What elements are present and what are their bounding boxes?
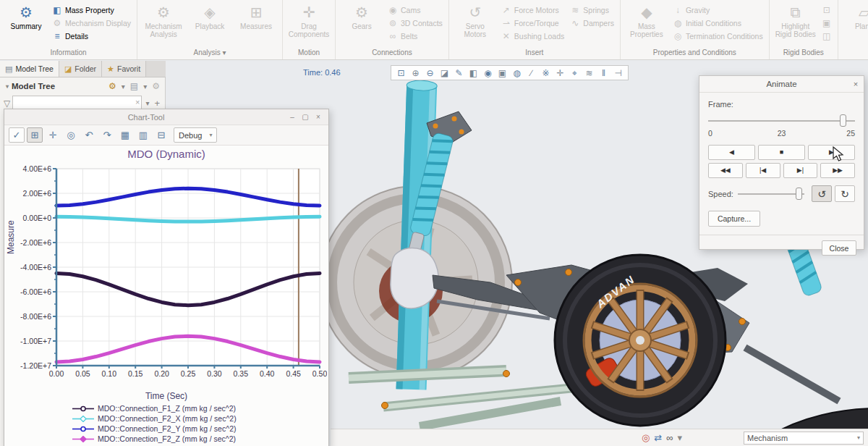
frame-slider[interactable] <box>708 114 855 127</box>
belts-icon: ∞ <box>388 31 398 41</box>
details-button[interactable]: ≡Details <box>51 30 132 42</box>
section-icon[interactable]: ∕ <box>524 68 538 78</box>
summary-button[interactable]: ⚙Summary <box>4 1 48 49</box>
animate-dialog: Animate × Frame: 0 23 25 ◀■▶ ◀◀|◀▶|▶▶ Sp… <box>699 75 864 250</box>
tree-settings-caret-icon[interactable]: ▾ <box>120 83 127 91</box>
minimize-icon[interactable]: – <box>288 113 297 121</box>
pause-icon[interactable]: ‖ <box>597 68 610 78</box>
chart-toolbar: ✓⊞✛◎↶↷▦▥⊟Debug▾ <box>4 125 328 146</box>
fast-forward-button[interactable]: ▶▶ <box>820 163 855 178</box>
debug-dropdown[interactable]: Debug▾ <box>174 127 217 143</box>
mass-properties-button: ◆Mass Properties <box>625 1 668 49</box>
ribbon-group-information: ⚙Summary◧Mass Property⚙Mechanism Display… <box>0 0 137 59</box>
speed-slider[interactable] <box>738 188 804 201</box>
accept-icon[interactable]: ✓ <box>9 127 25 143</box>
drag-icon[interactable]: ✛ <box>553 68 567 78</box>
table-icon[interactable]: ▦ <box>117 127 133 143</box>
capture-button[interactable]: Capture... <box>708 211 760 227</box>
tree-columns-caret-icon[interactable]: ▾ <box>142 83 148 91</box>
chevron-down-icon[interactable]: ▾ <box>6 83 9 90</box>
simulate-icon[interactable]: ≋ <box>582 68 596 78</box>
ribbon-group-label: Connections <box>340 49 444 59</box>
folder-browser-icon: ◪ <box>64 64 72 74</box>
application-window: ⚙Summary◧Mass Property⚙Mechanism Display… <box>0 0 868 446</box>
svg-text:0.45: 0.45 <box>286 369 301 378</box>
close-icon[interactable]: × <box>314 113 323 121</box>
print-icon[interactable]: ⊟ <box>153 127 169 143</box>
snapshot-icon[interactable]: ⌖ <box>568 68 582 78</box>
maximize-icon[interactable]: ▢ <box>301 113 310 121</box>
filter-add-icon[interactable]: + <box>153 98 161 109</box>
mass-property-button[interactable]: ◧Mass Property <box>51 4 132 16</box>
ribbon-group-label: Analysis ▾ <box>142 49 278 59</box>
grid-point-icon[interactable]: ⊞ <box>27 127 43 143</box>
svg-text:0.50: 0.50 <box>312 369 327 378</box>
tab-folder[interactable]: ◪Folder <box>59 61 102 77</box>
refit-icon[interactable]: ◪ <box>438 68 451 78</box>
gravity-button: ↓Gravity <box>671 4 765 16</box>
rewind-button[interactable]: ◀◀ <box>708 163 743 178</box>
repeat-button[interactable]: ↺ <box>812 185 832 202</box>
ribbon-button-label: Highlight Rigid Bodies <box>775 22 817 38</box>
capture-image-icon[interactable]: ▣ <box>495 68 509 78</box>
drag-components-icon: ✛ <box>303 4 315 22</box>
chart-window-titlebar[interactable]: Chart-Tool – ▢ × <box>4 109 328 125</box>
close-icon[interactable]: × <box>848 79 864 89</box>
named-views-icon[interactable]: ◉ <box>481 68 495 78</box>
play-button[interactable]: ▶ <box>808 145 855 160</box>
ribbon-group-analysis: ⚙Mechanism Analysis◈Playback⊞MeasuresAna… <box>137 0 283 59</box>
speed-slider-handle[interactable] <box>796 188 802 200</box>
ribbon-group-motion: ✛Drag ComponentsMotion <box>283 0 336 59</box>
redo-icon[interactable]: ↷ <box>99 127 115 143</box>
animate-close-button[interactable]: Close <box>822 240 856 256</box>
search-model-icon[interactable]: ∞ <box>666 432 673 443</box>
repaint-icon[interactable]: ✎ <box>452 68 466 78</box>
step-back-button[interactable]: |◀ <box>746 163 780 178</box>
stop-icon[interactable]: ⊣ <box>611 68 625 78</box>
cams-icon: ◉ <box>388 5 398 15</box>
ribbon-item-label: Springs <box>583 6 609 14</box>
mechanism-filter-select[interactable]: Mechanism ▾ <box>744 432 864 445</box>
navigator-tabs: ▤Model Tree◪Folder★Favorit <box>0 61 166 77</box>
annotations-icon[interactable]: ※ <box>539 68 553 78</box>
tab-model-tree[interactable]: ▤Model Tree <box>0 61 59 77</box>
step-forward-button[interactable]: ▶| <box>783 163 818 178</box>
display-style-icon[interactable]: ◧ <box>467 68 480 78</box>
ribbon-group-label: Rigid Bodies <box>774 49 833 59</box>
track-point-icon[interactable]: ✛ <box>45 127 61 143</box>
zoom-out-icon[interactable]: ⊖ <box>423 68 437 78</box>
right-wheel: ADVAN <box>555 255 726 426</box>
ribbon: ⚙Summary◧Mass Property⚙Mechanism Display… <box>0 0 868 60</box>
ribbon-button-label: Playback <box>195 22 225 30</box>
animate-titlebar[interactable]: Animate × <box>699 76 864 93</box>
highlight-rigid-bodies-button: ⧉Highlight Rigid Bodies <box>774 1 817 49</box>
ribbon-item-label: Force/Torque <box>514 19 559 28</box>
copy-table-icon[interactable]: ▥ <box>135 127 151 143</box>
tab-favorit[interactable]: ★Favorit <box>102 61 146 77</box>
bounce-button[interactable]: ↻ <box>835 185 855 202</box>
related-items-icon[interactable]: ⇄ <box>654 432 662 443</box>
regenerate-icon[interactable]: ◎ <box>642 432 650 443</box>
tab-label: Favorit <box>117 64 140 73</box>
filter-funnel-icon: ▽ <box>4 98 10 109</box>
frame-slider-handle[interactable] <box>840 114 846 127</box>
rigid-body-tool-1-icon: ⊡ <box>820 4 833 16</box>
undo-icon[interactable]: ↶ <box>81 127 97 143</box>
tree-columns-icon[interactable]: ▤ <box>129 81 139 91</box>
zoom-region-icon[interactable]: ⊡ <box>394 68 408 78</box>
search-caret-icon[interactable]: ▾ <box>678 432 683 443</box>
chart-plot-svg[interactable]: 4.00E+62.00E+60.00E+0-2.00E+6-4.00E+6-6.… <box>9 161 327 387</box>
appearance-icon[interactable]: ◍ <box>510 68 524 78</box>
zoom-chart-icon[interactable]: ◎ <box>63 127 79 143</box>
legend-item: MDO::Connection_F1_Z (mm kg / sec^2) <box>72 403 328 413</box>
filter-caret-icon[interactable]: ▾ <box>144 99 150 107</box>
filter-clear-icon[interactable]: × <box>135 98 140 106</box>
stop-button[interactable]: ■ <box>758 145 805 160</box>
svg-text:4.00E+6: 4.00E+6 <box>23 164 52 173</box>
tree-settings-icon[interactable]: ⚙ <box>108 81 117 91</box>
ribbon-group-properties-and-conditions: ◆Mass Properties↓Gravity◍Initial Conditi… <box>621 0 770 59</box>
svg-text:0.25: 0.25 <box>181 369 196 378</box>
chart-tool-window: Chart-Tool – ▢ × ✓⊞✛◎↶↷▦▥⊟Debug▾ MDO (Dy… <box>4 109 329 446</box>
play-reverse-button[interactable]: ◀ <box>708 145 755 160</box>
zoom-in-icon[interactable]: ⊕ <box>409 68 422 78</box>
